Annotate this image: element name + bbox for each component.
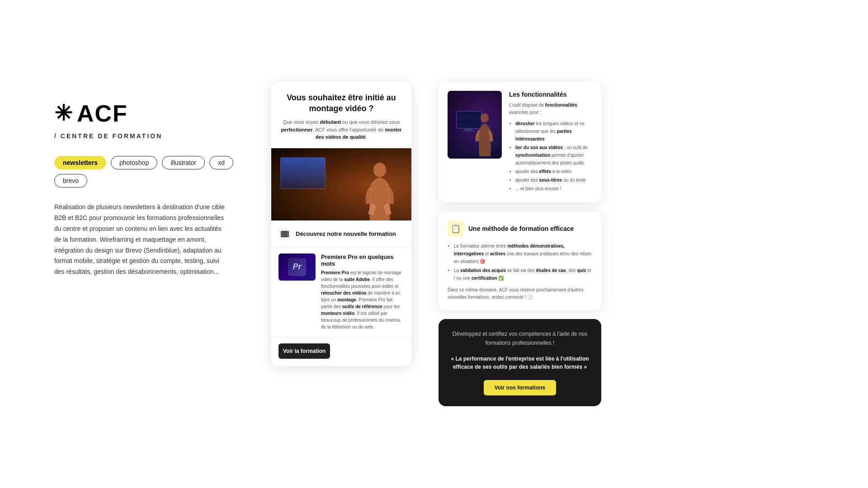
voir-formations-button[interactable]: Voir nos formations [484, 380, 556, 395]
newsletter-hero-image [271, 148, 411, 221]
methode-list-item: Le formateur alterne entre méthodes démo… [454, 242, 592, 265]
cta-quote: « La performance de l'entreprise est lié… [448, 355, 592, 371]
fonct-list-item: lier du son aux vidéos : un outil de syn… [515, 144, 592, 167]
fonct-top: Les fonctionnalités L'outil dispose de f… [439, 82, 601, 202]
logo-container: ✳ ACF [54, 100, 244, 127]
fonct-image [448, 91, 502, 159]
svg-point-16 [481, 113, 489, 122]
fonct-list: dérusher les longues vidéos et ne sélect… [509, 120, 592, 192]
svg-rect-4 [281, 235, 283, 236]
premiere-thumbnail: Pr [278, 253, 316, 281]
newsletter-section: Découvrez notre nouvelle formation [271, 221, 411, 247]
newsletter-header: Vous souhaitez être initié au montage vi… [271, 82, 411, 148]
formation-title: Premiere Pro en quelques mots [321, 253, 404, 267]
methode-list: Le formateur alterne entre méthodes démo… [448, 242, 592, 282]
right-panel: Les fonctionnalités L'outil dispose de f… [439, 82, 601, 406]
cta-text: Développez et certifiez vos compétences … [448, 330, 592, 347]
svg-rect-14 [465, 128, 473, 131]
section-title: Découvrez notre nouvelle formation [296, 230, 396, 237]
svg-point-0 [373, 163, 386, 177]
fonct-list-item: ... et bien plus encore ! [515, 185, 592, 192]
voir-formation-button[interactable]: Voir la formation [278, 343, 330, 359]
methode-card: 📋 Une méthode de formation efficace Le f… [439, 211, 601, 310]
fonct-intro: L'outil dispose de fonctionnalités avanc… [509, 102, 592, 116]
methode-header: 📋 Une méthode de formation efficace [448, 221, 592, 237]
svg-rect-3 [281, 233, 283, 235]
methode-list-item: La validation des acquis se fait via des… [454, 267, 592, 282]
tag-newsletters[interactable]: newsletters [54, 156, 106, 169]
fonctionnalites-card: Les fonctionnalités L'outil dispose de f… [439, 82, 601, 202]
methode-icon: 📋 [448, 221, 464, 237]
svg-rect-5 [287, 231, 288, 233]
monitor-decoration [280, 157, 326, 189]
formation-row: Pr Premiere Pro en quelques mots Premier… [271, 247, 411, 337]
person-silhouette-icon [362, 162, 398, 221]
tag-illustrator[interactable]: illustrator [162, 156, 205, 169]
formation-info: Premiere Pro en quelques mots Premiere P… [321, 253, 404, 330]
tags-container: newsletters photoshop illustrator xd bre… [54, 156, 244, 188]
middle-panel: Vous souhaitez être initié au montage vi… [271, 82, 411, 366]
tag-brevo[interactable]: brevo [54, 174, 87, 188]
tag-xd[interactable]: xd [209, 156, 233, 169]
fonct-list-item: dérusher les longues vidéos et ne sélect… [515, 120, 592, 143]
svg-rect-7 [287, 235, 288, 236]
fonct-list-item: ajouter des effets à la vidéo [515, 168, 592, 175]
formation-text: Premiere Pro est le logiciel de montage … [321, 269, 404, 330]
methode-title: Une méthode de formation efficace [468, 225, 574, 232]
subtitle: / CENTRE DE FORMATION [54, 132, 244, 140]
methode-note: Dans ce même domaine, ACF vous réserve p… [448, 286, 592, 301]
logo-text: ACF [77, 100, 128, 127]
svg-rect-8 [283, 231, 287, 237]
film-icon [278, 228, 291, 240]
svg-rect-2 [281, 231, 283, 233]
newsletter-title: Vous souhaitez être initié au montage vi… [280, 93, 402, 114]
fonct-title: Les fonctionnalités [509, 91, 592, 98]
description-text: Réalisation de plusieurs newsletters à d… [54, 202, 226, 277]
logo-asterisk-icon: ✳ [54, 103, 72, 124]
svg-rect-11 [458, 113, 480, 127]
svg-rect-15 [462, 131, 475, 132]
newsletter-card: Vous souhaitez être initié au montage vi… [271, 82, 411, 366]
tag-photoshop[interactable]: photoshop [111, 156, 157, 169]
newsletter-subtitle: Que vous soyez débutant ou que vous dési… [280, 118, 402, 141]
cta-card: Développez et certifiez vos compétences … [439, 319, 601, 406]
fonct-text: Les fonctionnalités L'outil dispose de f… [509, 91, 592, 193]
left-panel: ✳ ACF / CENTRE DE FORMATION newsletters … [54, 82, 244, 277]
svg-rect-6 [287, 233, 288, 235]
fonct-list-item: ajouter des sous-titres ou du texte [515, 176, 592, 184]
